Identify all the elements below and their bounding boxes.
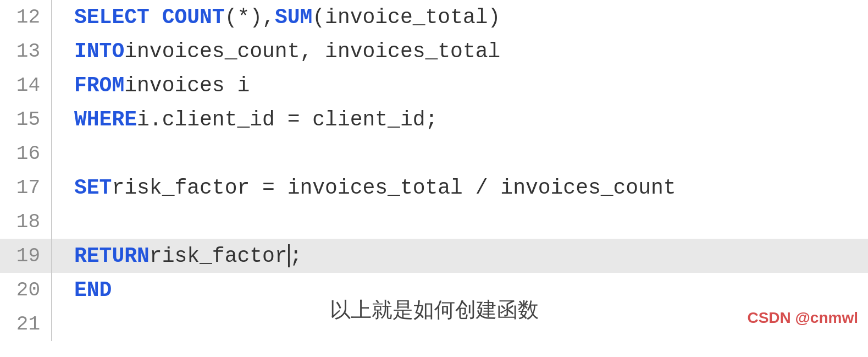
line-content: WHERE i.client_id = client_id; xyxy=(52,102,438,136)
line-content: SET risk_factor = invoices_total / invoi… xyxy=(52,171,676,205)
code-line: 16 xyxy=(0,136,868,171)
line-number: 12 xyxy=(0,0,52,34)
line-number: 14 xyxy=(0,68,52,102)
code-text: ; xyxy=(290,244,302,268)
line-number: 15 xyxy=(0,102,52,136)
line-number: 19 xyxy=(0,239,52,273)
line-number: 13 xyxy=(0,34,52,68)
watermark: CSDN @cnmwl xyxy=(747,309,858,327)
code-editor: 12SELECT COUNT(*), SUM(invoice_total)13I… xyxy=(0,0,868,357)
line-number: 20 xyxy=(0,273,52,307)
code-line: 17SET risk_factor = invoices_total / inv… xyxy=(0,171,868,205)
line-number: 18 xyxy=(0,205,52,239)
code-line: 19RETURN risk_factor; xyxy=(0,239,868,273)
line-content: RETURN risk_factor; xyxy=(52,239,302,273)
line-content xyxy=(52,136,87,171)
line-content xyxy=(52,205,87,239)
code-text: (*), xyxy=(225,6,275,29)
code-line: 14FROM invoices i xyxy=(0,68,868,102)
line-content: INTO invoices_count, invoices_total xyxy=(52,34,500,68)
keyword: WHERE xyxy=(74,108,137,131)
keyword: SUM xyxy=(275,6,312,29)
keyword: SELECT COUNT xyxy=(74,6,225,29)
keyword: INTO xyxy=(74,40,124,63)
line-content: SELECT COUNT(*), SUM(invoice_total) xyxy=(52,0,500,34)
line-number: 16 xyxy=(0,136,52,171)
code-text: i.client_id = client_id; xyxy=(137,108,438,131)
line-number: 17 xyxy=(0,171,52,205)
keyword: SET xyxy=(74,176,112,200)
code-text: (invoice_total) xyxy=(312,6,500,29)
code-line: 13INTO invoices_count, invoices_total xyxy=(0,34,868,68)
code-text: invoices i xyxy=(124,74,250,97)
code-text: risk_factor xyxy=(150,244,288,268)
code-line: 18 xyxy=(0,205,868,239)
line-content: END xyxy=(52,273,112,307)
code-line: 12SELECT COUNT(*), SUM(invoice_total) xyxy=(0,0,868,34)
line-content xyxy=(52,307,87,341)
keyword: FROM xyxy=(74,74,124,97)
code-text: risk_factor = invoices_total / invoices_… xyxy=(112,176,676,200)
line-number: 21 xyxy=(0,307,52,341)
code-line: 15WHERE i.client_id = client_id; xyxy=(0,102,868,136)
keyword: RETURN xyxy=(74,244,150,268)
line-content: FROM invoices i xyxy=(52,68,250,102)
keyword: END xyxy=(74,278,112,302)
subtitle: 以上就是如何创建函数 xyxy=(330,296,539,324)
code-text: invoices_count, invoices_total xyxy=(124,40,500,63)
